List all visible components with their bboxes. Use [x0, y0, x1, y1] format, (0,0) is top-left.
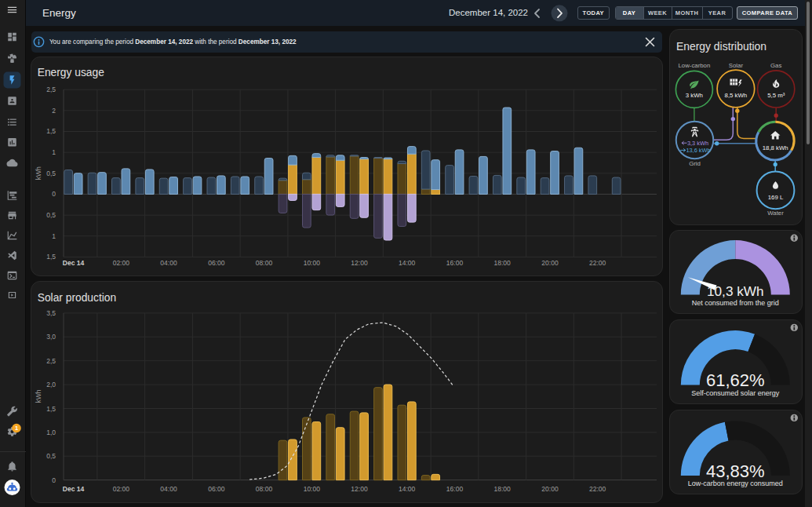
svg-text:Net consumed from the grid: Net consumed from the grid [692, 299, 779, 307]
svg-text:12:00: 12:00 [351, 485, 368, 493]
svg-text:1,5: 1,5 [46, 405, 56, 413]
svg-text:1: 1 [15, 425, 18, 432]
svg-text:Gas: Gas [770, 62, 781, 69]
svg-text:8,5 kWh: 8,5 kWh [725, 92, 748, 99]
svg-text:2,5: 2,5 [46, 357, 56, 365]
svg-text:2: 2 [52, 107, 56, 115]
svg-text:13,6 kWh: 13,6 kWh [686, 147, 710, 154]
svg-text:02:00: 02:00 [113, 485, 130, 493]
svg-text:0: 0 [52, 476, 56, 484]
svg-text:0,5: 0,5 [46, 170, 56, 177]
svg-text:Low-carbon: Low-carbon [679, 62, 711, 69]
svg-text:Dec 14: Dec 14 [63, 485, 85, 493]
svg-text:08:00: 08:00 [256, 485, 273, 493]
svg-text:18,8 kWh: 18,8 kWh [763, 144, 788, 151]
svg-text:02:00: 02:00 [113, 259, 130, 267]
svg-text:3,5: 3,5 [46, 309, 56, 317]
svg-text:3,0: 3,0 [46, 333, 56, 341]
svg-text:1: 1 [52, 148, 56, 156]
svg-text:Grid: Grid [689, 160, 701, 167]
svg-text:Low-carbon energy consumed: Low-carbon energy consumed [688, 480, 783, 487]
svg-text:18:00: 18:00 [494, 485, 512, 493]
svg-text:kWh: kWh [35, 166, 42, 180]
svg-text:04:00: 04:00 [160, 485, 177, 493]
svg-text:Water: Water [767, 210, 784, 217]
svg-text:22:00: 22:00 [589, 485, 606, 493]
svg-text:20:00: 20:00 [541, 485, 559, 493]
svg-text:08:00: 08:00 [256, 259, 273, 267]
svg-text:43,83%: 43,83% [706, 461, 765, 481]
svg-text:10,3 kWh: 10,3 kWh [707, 283, 764, 299]
svg-text:16:00: 16:00 [446, 259, 464, 267]
svg-text:Solar: Solar [729, 62, 744, 69]
svg-text:0,5: 0,5 [46, 211, 56, 219]
svg-text:04:00: 04:00 [160, 259, 177, 267]
svg-text:14:00: 14:00 [399, 485, 416, 493]
svg-text:kWh: kWh [35, 389, 42, 403]
svg-text:2,5: 2,5 [46, 86, 56, 93]
svg-text:5,5 m³: 5,5 m³ [767, 92, 785, 99]
svg-text:Dec 14: Dec 14 [63, 259, 85, 267]
svg-text:0,5: 0,5 [46, 452, 56, 460]
svg-text:61,62%: 61,62% [706, 370, 765, 390]
svg-text:18:00: 18:00 [494, 259, 512, 267]
svg-text:169 L: 169 L [768, 194, 784, 201]
svg-text:20:00: 20:00 [541, 259, 559, 267]
svg-text:1,5: 1,5 [46, 127, 56, 135]
svg-text:0: 0 [52, 190, 56, 198]
svg-text:22:00: 22:00 [589, 259, 606, 267]
svg-text:14:00: 14:00 [399, 259, 416, 267]
svg-text:1,0: 1,0 [46, 429, 56, 436]
svg-text:06:00: 06:00 [208, 485, 225, 493]
svg-text:1,5: 1,5 [46, 253, 56, 261]
svg-text:12:00: 12:00 [351, 259, 368, 267]
svg-text:10:00: 10:00 [304, 259, 321, 267]
svg-text:3 kWh: 3 kWh [686, 92, 703, 99]
svg-text:06:00: 06:00 [208, 259, 225, 267]
svg-text:3,3 kWh: 3,3 kWh [687, 140, 708, 147]
svg-text:1: 1 [52, 232, 56, 240]
svg-text:Self-consumed solar energy: Self-consumed solar energy [691, 389, 780, 397]
svg-text:2,0: 2,0 [46, 381, 56, 388]
svg-text:16:00: 16:00 [446, 485, 464, 493]
svg-text:10:00: 10:00 [304, 485, 321, 493]
